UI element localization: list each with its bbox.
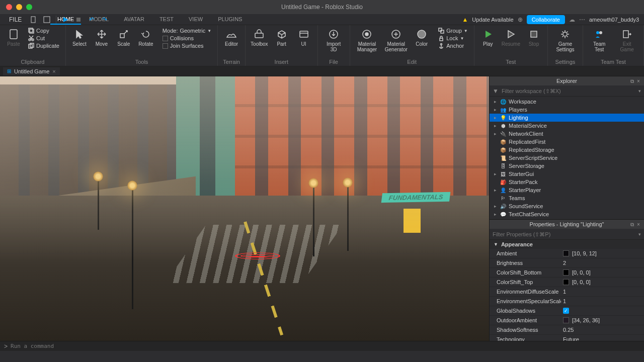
property-row[interactable]: OutdoorAmbient[34, 26, 36] xyxy=(490,316,644,325)
tree-node-materialservice[interactable]: ▸⬢MaterialService xyxy=(490,122,644,130)
team-test-button[interactable]: Team Test xyxy=(586,27,612,53)
part-button[interactable]: Part xyxy=(271,27,292,48)
explorer-filter-input[interactable] xyxy=(502,88,635,94)
tree-node-networkclient[interactable]: ▸🔌NetworkClient xyxy=(490,130,644,138)
viewport-3d[interactable]: FUNDAMENTALS xyxy=(0,76,489,341)
tab-test[interactable]: TEST xyxy=(152,15,181,25)
property-row[interactable]: ColorShift_Bottom[0, 0, 0] xyxy=(490,268,644,278)
stop-icon[interactable] xyxy=(74,16,83,24)
copy-button[interactable]: Copy xyxy=(25,27,62,34)
tab-avatar[interactable]: AVATAR xyxy=(117,15,151,25)
edit-group-label: Edit xyxy=(353,58,471,66)
close-icon[interactable] xyxy=(6,4,12,10)
cut-button[interactable]: Cut xyxy=(25,35,62,42)
terrain-editor-button[interactable]: Editor xyxy=(221,27,242,48)
minimize-icon[interactable] xyxy=(16,4,22,10)
warning-icon[interactable]: ▲ xyxy=(462,16,468,23)
group-button[interactable]: Group ▼ xyxy=(435,27,471,34)
command-bar: > xyxy=(0,341,644,351)
tree-node-replicatedfirst[interactable]: 📦ReplicatedFirst xyxy=(490,138,644,146)
dropdown-icon[interactable]: ▾ xyxy=(638,88,641,94)
property-row[interactable]: Brightness2 xyxy=(490,258,644,268)
svg-rect-11 xyxy=(120,34,124,38)
undo-icon[interactable]: ↶ xyxy=(88,16,96,24)
tree-node-textchatservice[interactable]: ▸💬TextChatService xyxy=(490,210,644,218)
tree-node-workspace[interactable]: ▸🌐Workspace xyxy=(490,98,644,106)
anchor-button[interactable]: Anchor xyxy=(435,42,471,49)
properties-filter-input[interactable] xyxy=(493,231,635,237)
mode-dropdown[interactable]: Mode: Geometric ▼ xyxy=(159,27,214,34)
duplicate-button[interactable]: Duplicate xyxy=(25,42,62,49)
property-row[interactable]: Ambient[10, 9, 12] xyxy=(490,249,644,258)
window-controls xyxy=(0,4,32,10)
window-title: Untitled Game - Roblox Studio xyxy=(281,4,363,11)
close-tab-icon[interactable]: × xyxy=(52,68,55,74)
tree-node-startergui[interactable]: ▸🖼StarterGui xyxy=(490,170,644,178)
maximize-icon[interactable] xyxy=(26,4,32,10)
svg-marker-24 xyxy=(486,31,492,38)
svg-rect-30 xyxy=(623,31,628,38)
collisions-toggle[interactable]: Collisions xyxy=(159,35,214,42)
import-3d-button[interactable]: Import 3D xyxy=(321,27,347,53)
game-settings-button[interactable]: Game Settings xyxy=(551,27,580,53)
filter-icon[interactable]: ▼ xyxy=(493,87,499,95)
property-category[interactable]: ▼Appearance xyxy=(490,240,644,249)
close-panel-icon[interactable]: × xyxy=(637,78,642,83)
scene-sign: FUNDAMENTALS xyxy=(381,192,451,203)
save-icon[interactable] xyxy=(43,16,51,24)
lock-button[interactable]: Lock ▼ xyxy=(435,35,471,42)
play-button[interactable]: Play xyxy=(477,27,499,48)
help-icon[interactable]: ⋯ xyxy=(579,16,585,23)
toolbox-button[interactable]: Toolbox xyxy=(249,27,270,48)
property-row[interactable]: EnvironmentDiffuseScale1 xyxy=(490,287,644,297)
popout-icon[interactable]: ⧉ xyxy=(630,78,635,83)
property-row[interactable]: TechnologyFuture xyxy=(490,335,644,341)
tools-group-label: Tools xyxy=(69,58,214,66)
resume-button: Resume xyxy=(500,27,522,48)
property-row[interactable]: ShadowSoftness0.25 xyxy=(490,325,644,335)
tree-node-players[interactable]: ▸👥Players xyxy=(490,106,644,114)
color-button[interactable]: Color xyxy=(411,27,432,48)
update-available[interactable]: Update Available xyxy=(472,17,513,23)
svg-marker-2 xyxy=(63,17,68,22)
tree-node-serverscriptservice[interactable]: 📜ServerScriptService xyxy=(490,154,644,162)
ui-button[interactable]: UI xyxy=(293,27,314,48)
tree-node-lighting[interactable]: ▸💡Lighting xyxy=(490,114,644,122)
rotate-button[interactable]: Rotate xyxy=(135,27,156,48)
command-input[interactable] xyxy=(11,343,640,349)
close-panel-icon[interactable]: × xyxy=(637,222,642,227)
username[interactable]: ameowth07_buddy3 xyxy=(589,17,639,23)
svg-rect-6 xyxy=(30,29,34,33)
collaborate-button[interactable]: Collaborate xyxy=(527,15,565,24)
tab-view[interactable]: VIEW xyxy=(182,15,210,25)
dropdown-icon[interactable]: ▾ xyxy=(638,232,641,237)
material-generator-button[interactable]: Material Generator xyxy=(382,27,410,53)
paste-button[interactable]: Paste xyxy=(3,27,24,48)
property-row[interactable]: GlobalShadows✓ xyxy=(490,306,644,316)
file-menu[interactable]: FILE xyxy=(4,16,27,23)
move-button[interactable]: Move xyxy=(91,27,112,48)
material-manager-button[interactable]: Material Manager xyxy=(353,27,381,53)
scale-button[interactable]: Scale xyxy=(113,27,134,48)
tree-node-replicatedstorage[interactable]: 📦ReplicatedStorage xyxy=(490,146,644,154)
document-tab[interactable]: ⊞ Untitled Game × xyxy=(3,67,60,75)
popout-icon[interactable]: ⧉ xyxy=(630,222,635,227)
tree-node-starterpack[interactable]: 🎒StarterPack xyxy=(490,178,644,186)
tree-node-starterplayer[interactable]: ▸👤StarterPlayer xyxy=(490,186,644,194)
tab-plugins[interactable]: PLUGINS xyxy=(211,15,249,25)
play-icon[interactable] xyxy=(61,16,69,24)
cloud-icon[interactable]: ☁ xyxy=(569,16,575,23)
select-button[interactable]: Select xyxy=(69,27,90,48)
tree-node-soundservice[interactable]: ▸🔊SoundService xyxy=(490,202,644,210)
new-file-icon[interactable] xyxy=(30,16,38,24)
redo-icon[interactable]: ↷ xyxy=(101,16,109,24)
tree-node-serverstorage[interactable]: 🗄ServerStorage xyxy=(490,162,644,170)
stop-button: Stop xyxy=(523,27,544,48)
join-surfaces-toggle[interactable]: Join Surfaces xyxy=(159,42,214,49)
tree-node-teams[interactable]: 🏳Teams xyxy=(490,194,644,202)
file-group-label: File xyxy=(321,58,347,66)
property-row[interactable]: ColorShift_Top[0, 0, 0] xyxy=(490,278,644,287)
property-row[interactable]: EnvironmentSpecularScale1 xyxy=(490,297,644,306)
notifications-icon[interactable]: ⊕ xyxy=(518,16,523,23)
svg-point-28 xyxy=(596,31,599,34)
